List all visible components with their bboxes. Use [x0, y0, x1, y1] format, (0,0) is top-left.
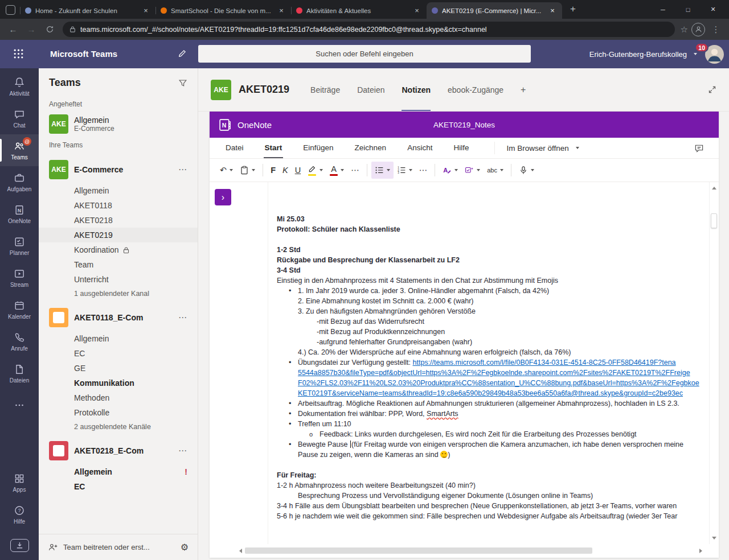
more-options-icon[interactable]: ⋯: [178, 164, 187, 175]
channel-item-aket0219[interactable]: AKET0219: [39, 228, 198, 242]
menu-einf-gen[interactable]: Einfügen: [302, 138, 334, 158]
tab-close-icon[interactable]: ×: [412, 6, 421, 15]
menu-zeichnen[interactable]: Zeichnen: [354, 138, 388, 158]
channel-item-unterricht[interactable]: Unterricht: [39, 272, 198, 287]
rail-item-calendar[interactable]: Kalender: [0, 294, 39, 326]
channel-item-aket0218[interactable]: AKET0218: [39, 213, 198, 228]
site-info-lock-icon[interactable]: [69, 26, 76, 33]
scroll-right-icon[interactable]: [696, 546, 705, 555]
rail-item-stream[interactable]: Stream: [0, 262, 39, 294]
numbered-list-button[interactable]: 123: [394, 162, 416, 179]
minimize-button[interactable]: ─: [650, 0, 675, 19]
browser-tab[interactable]: Aktivitäten & Aktuelles×: [291, 2, 427, 19]
channel-item-allgemein[interactable]: Allgemein: [39, 331, 198, 346]
show-page-list-button[interactable]: ›: [215, 189, 231, 205]
rail-item-more[interactable]: [0, 389, 39, 421]
doc-link[interactable]: F02%2FLS2.03%2F11%20LS2.03%20Produktpra%…: [298, 379, 699, 387]
rail-item-download[interactable]: [0, 530, 39, 560]
tab-close-icon[interactable]: ×: [277, 6, 286, 15]
rail-item-phone[interactable]: Anrufe: [0, 326, 39, 357]
underline-button[interactable]: U: [292, 162, 304, 179]
menu-hilfe[interactable]: Hilfe: [452, 138, 470, 158]
tenant-switcher[interactable]: Erich-Gutenberg-Berufskolleg: [589, 40, 697, 68]
italic-button[interactable]: K: [279, 162, 292, 179]
browser-tab[interactable]: AKET0219 (E-Commerce) | Micr...×: [427, 2, 562, 19]
horizontal-scrollbar[interactable]: [236, 546, 705, 555]
doc-link[interactable]: 5544a8857b30&fileType=pdf&objectUrl=http…: [298, 369, 690, 377]
doc-link[interactable]: KET0219T&serviceName=teams&threadId=19:c…: [298, 389, 683, 397]
menu-start[interactable]: Start: [264, 138, 284, 158]
highlighter-button[interactable]: [304, 162, 326, 179]
search-bar[interactable]: Suchen oder Befehl eingeben: [198, 45, 531, 63]
todo-tag-button[interactable]: [461, 162, 484, 179]
channel-item-koordination[interactable]: Koordination: [39, 242, 198, 257]
join-team-button[interactable]: Team beitreten oder erst... ⚙: [39, 534, 198, 560]
filter-icon[interactable]: [178, 79, 187, 88]
browser-tab[interactable]: SmartSchool - Die Schule von m...×: [155, 2, 291, 19]
tab-close-icon[interactable]: ×: [141, 6, 150, 15]
tab-notizen[interactable]: Notizen: [402, 68, 431, 111]
scroll-down-icon[interactable]: [710, 533, 719, 543]
undo-button[interactable]: ↶: [216, 162, 236, 179]
more-lists-button[interactable]: ⋯: [416, 162, 431, 179]
url-bar[interactable]: teams.microsoft.com/_#/school/notes/AKET…: [63, 22, 675, 37]
tab-close-icon[interactable]: ×: [548, 6, 557, 15]
more-formatting-button[interactable]: ⋯: [347, 162, 363, 179]
vertical-scrollbar[interactable]: [709, 182, 719, 544]
forward-icon[interactable]: →: [24, 22, 39, 37]
menu-datei[interactable]: Datei: [224, 138, 245, 158]
doc-link[interactable]: https://teams.microsoft.com/l/file/0B0F4…: [413, 359, 676, 367]
compose-pencil-icon[interactable]: [177, 49, 187, 59]
paste-button[interactable]: [236, 162, 259, 179]
tab-ebook-zug-nge[interactable]: ebook-Zugänge: [448, 68, 503, 111]
pinned-channel[interactable]: AKE Allgemein E-Commerce: [39, 112, 198, 137]
more-options-icon[interactable]: ⋯: [178, 446, 187, 456]
team-row[interactable]: AKET0118_E-Com⋯: [39, 304, 198, 331]
channel-item-2-ausgeblendete-kan-le[interactable]: 2 ausgeblendete Kanäle: [39, 420, 198, 434]
channel-item-ec[interactable]: EC: [39, 346, 198, 361]
channel-item-kommunikation[interactable]: Kommunikation: [39, 376, 198, 390]
onenote-page[interactable]: Mi 25.03Protokoll: Schüler nach Klassenl…: [268, 182, 709, 544]
scroll-left-icon[interactable]: [236, 546, 245, 555]
bold-button[interactable]: F: [267, 162, 279, 179]
rail-item-teams[interactable]: @Teams: [0, 134, 39, 166]
rail-item-apps[interactable]: Apps: [0, 467, 39, 499]
channel-item-allgemein[interactable]: Allgemein: [39, 183, 198, 198]
styles-button[interactable]: A: [439, 162, 461, 179]
refresh-icon[interactable]: [42, 22, 57, 37]
tab-beitr-ge[interactable]: Beiträge: [310, 68, 340, 111]
tab-dateien[interactable]: Dateien: [357, 68, 384, 111]
more-options-icon[interactable]: ⋯: [178, 312, 187, 323]
font-color-button[interactable]: A: [326, 162, 347, 179]
rail-item-help[interactable]: ?Hilfe: [0, 499, 39, 530]
channel-item-aket0118[interactable]: AKET0118: [39, 198, 198, 213]
app-launcher-waffle-icon[interactable]: [13, 48, 24, 59]
horizontal-scroll-thumb[interactable]: [245, 547, 592, 554]
browser-tab[interactable]: Home - Zukunft der Schulen×: [20, 2, 155, 19]
channel-item-ec[interactable]: EC: [39, 479, 198, 494]
scroll-up-icon[interactable]: [710, 183, 719, 193]
browser-profile-icon[interactable]: [691, 23, 705, 36]
rail-item-onenote[interactable]: NOneNote: [0, 198, 39, 230]
channel-item-protokolle[interactable]: Protokolle: [39, 405, 198, 420]
rail-item-briefcase[interactable]: Aufgaben: [0, 166, 39, 198]
channel-item-allgemein[interactable]: Allgemein!: [39, 464, 198, 479]
vertical-scroll-thumb[interactable]: [711, 213, 717, 228]
team-row[interactable]: AKEE-Commerce⋯: [39, 156, 198, 183]
team-row[interactable]: AKET0218_E-Com⋯: [39, 437, 198, 464]
channel-item-methoden[interactable]: Methoden: [39, 390, 198, 405]
back-icon[interactable]: ←: [6, 22, 21, 37]
channel-item-team[interactable]: Team: [39, 257, 198, 272]
new-tab-button[interactable]: +: [566, 2, 580, 16]
spelling-button[interactable]: abc: [484, 162, 507, 179]
bullet-list-button[interactable]: [371, 162, 394, 179]
menu-ansicht[interactable]: Ansicht: [406, 138, 433, 158]
channel-item-ge[interactable]: GE: [39, 361, 198, 376]
browser-logo-icon[interactable]: [6, 5, 15, 15]
bookmark-star-icon[interactable]: ☆: [681, 24, 688, 35]
feedback-icon[interactable]: [694, 143, 704, 153]
expand-tab-icon[interactable]: [708, 85, 716, 94]
rail-item-bell[interactable]: Aktivität: [0, 71, 39, 102]
browser-menu-icon[interactable]: ⋮: [708, 22, 723, 37]
add-tab-button[interactable]: +: [521, 68, 526, 111]
